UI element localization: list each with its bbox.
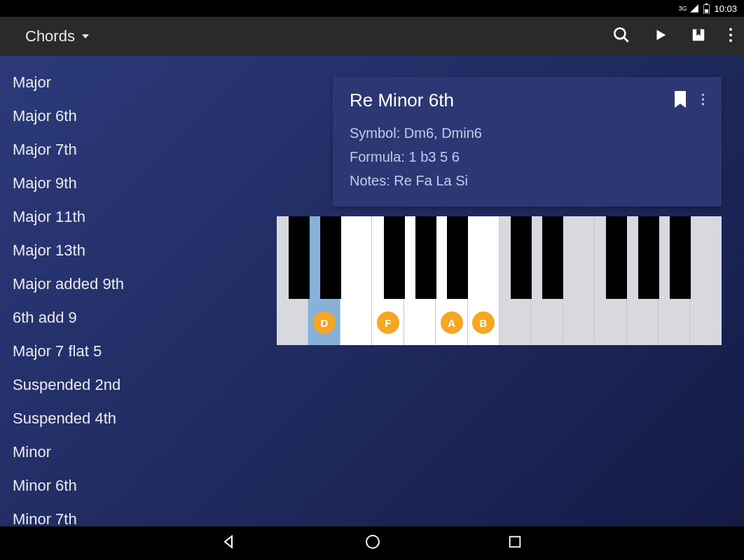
play-button[interactable] bbox=[653, 27, 668, 46]
app-bar: Chords bbox=[0, 17, 744, 56]
search-icon bbox=[612, 26, 631, 44]
svg-line-4 bbox=[624, 37, 628, 42]
svg-point-9 bbox=[702, 93, 704, 95]
home-icon bbox=[364, 533, 381, 550]
bookmark-icon bbox=[673, 91, 687, 108]
chevron-down-icon bbox=[82, 34, 89, 38]
play-icon bbox=[653, 27, 668, 43]
svg-point-3 bbox=[614, 28, 625, 38]
chord-name: Re Minor 6th bbox=[350, 90, 454, 111]
white-key[interactable] bbox=[627, 216, 659, 345]
sidebar-item[interactable]: Suspended 4th bbox=[0, 402, 263, 435]
status-bar: 3G 10:03 bbox=[0, 0, 744, 17]
clock: 10:03 bbox=[714, 4, 737, 14]
chord-detail-pane: Re Minor 6th Symbol: Dm6, Dmin6 Formula:… bbox=[263, 56, 744, 526]
sidebar-item[interactable]: Minor 7th bbox=[0, 503, 263, 526]
nav-recents-button[interactable] bbox=[507, 534, 523, 552]
nav-home-button[interactable] bbox=[364, 533, 381, 553]
svg-rect-1 bbox=[705, 4, 708, 5]
nav-back-button[interactable] bbox=[221, 533, 238, 553]
note-marker: B bbox=[472, 312, 495, 334]
white-key[interactable] bbox=[531, 216, 563, 345]
card-overflow-button[interactable] bbox=[701, 92, 705, 109]
white-key[interactable] bbox=[340, 216, 372, 345]
bookmark-collection-icon bbox=[691, 27, 706, 43]
white-key[interactable] bbox=[500, 216, 531, 345]
network-indicator: 3G bbox=[678, 5, 687, 12]
sidebar-item[interactable]: Major 6th bbox=[0, 99, 263, 133]
recents-icon bbox=[507, 534, 523, 550]
sidebar-item[interactable]: 6th add 9 bbox=[0, 301, 263, 335]
sidebar-item[interactable]: Major 7th bbox=[0, 133, 263, 167]
signal-icon bbox=[689, 4, 699, 13]
battery-icon bbox=[703, 4, 710, 14]
back-icon bbox=[221, 533, 238, 550]
chord-info-card: Re Minor 6th Symbol: Dm6, Dmin6 Formula:… bbox=[333, 77, 722, 206]
svg-point-10 bbox=[702, 98, 704, 100]
chord-formula: Formula: 1 b3 5 6 bbox=[350, 145, 705, 169]
chord-symbol: Symbol: Dm6, Dmin6 bbox=[350, 121, 705, 145]
more-vert-icon bbox=[701, 92, 705, 106]
note-marker: F bbox=[377, 312, 399, 334]
more-vert-icon bbox=[729, 27, 733, 43]
bookmark-button[interactable] bbox=[673, 91, 687, 111]
main-content: MajorMajor 6thMajor 7thMajor 9thMajor 11… bbox=[0, 56, 744, 526]
sidebar-item[interactable]: Minor bbox=[0, 435, 263, 469]
sidebar-item[interactable]: Suspended 2nd bbox=[0, 368, 263, 402]
white-key[interactable] bbox=[277, 216, 308, 345]
sidebar-item[interactable]: Major 13th bbox=[0, 234, 263, 267]
svg-point-6 bbox=[729, 28, 732, 31]
svg-point-8 bbox=[729, 39, 732, 42]
svg-rect-13 bbox=[510, 537, 521, 547]
white-key[interactable] bbox=[404, 216, 436, 345]
svg-rect-2 bbox=[705, 9, 708, 13]
piano-keyboard[interactable]: DFAB bbox=[277, 216, 722, 345]
app-title: Chords bbox=[25, 27, 75, 46]
white-key[interactable] bbox=[563, 216, 595, 345]
search-button[interactable] bbox=[612, 26, 631, 47]
sidebar-item[interactable]: Major bbox=[0, 66, 263, 99]
bookmarks-button[interactable] bbox=[691, 27, 706, 46]
white-key[interactable] bbox=[659, 216, 690, 345]
svg-point-12 bbox=[366, 536, 379, 548]
note-marker: D bbox=[313, 312, 336, 334]
white-key[interactable] bbox=[690, 216, 721, 345]
svg-point-7 bbox=[729, 34, 732, 36]
svg-point-11 bbox=[702, 103, 704, 105]
white-key[interactable] bbox=[595, 216, 626, 345]
chord-type-list[interactable]: MajorMajor 6thMajor 7thMajor 9thMajor 11… bbox=[0, 56, 263, 526]
sidebar-item[interactable]: Minor 6th bbox=[0, 469, 263, 503]
sidebar-item[interactable]: Major added 9th bbox=[0, 267, 263, 301]
note-marker: A bbox=[441, 312, 463, 334]
overflow-button[interactable] bbox=[729, 27, 733, 46]
sidebar-item[interactable]: Major 9th bbox=[0, 167, 263, 200]
navigation-bar bbox=[0, 526, 744, 560]
app-title-dropdown[interactable]: Chords bbox=[25, 27, 89, 46]
sidebar-item[interactable]: Major 11th bbox=[0, 200, 263, 234]
chord-notes: Notes: Re Fa La Si bbox=[350, 169, 705, 192]
sidebar-item[interactable]: Major 7 flat 5 bbox=[0, 335, 263, 368]
